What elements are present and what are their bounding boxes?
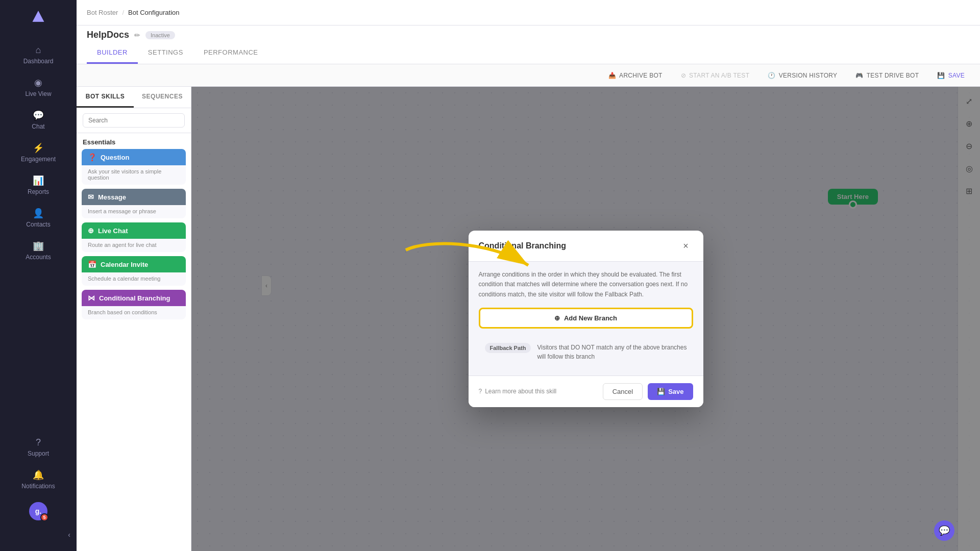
- skill-card-calendar-invite[interactable]: 📅 Calendar Invite Schedule a calendar me…: [82, 256, 186, 286]
- test-drive-label: TEST DRIVE BOT: [867, 72, 919, 79]
- sidebar-item-contacts[interactable]: 👤 Contacts: [0, 203, 77, 233]
- breadcrumb: Bot Roster / Bot Configuration: [87, 9, 180, 16]
- modal-close-button[interactable]: ×: [679, 239, 693, 253]
- bot-status-badge: Inactive: [145, 31, 175, 39]
- panel-tab-sequences[interactable]: SEQUENCES: [134, 87, 191, 108]
- learn-more-link[interactable]: ? Learn more about this skill: [479, 388, 557, 395]
- bot-tabs: BUILDER SETTINGS PERFORMANCE: [87, 44, 970, 64]
- close-icon: ×: [683, 241, 689, 252]
- start-ab-test-button[interactable]: ⊘ START AN A/B TEST: [676, 69, 755, 82]
- modal-info-text: Arrange conditions in the order in which…: [479, 270, 693, 299]
- sidebar-item-dashboard[interactable]: ⌂ Dashboard: [0, 40, 77, 70]
- search-input[interactable]: [83, 113, 185, 128]
- sidebar-item-label: Contacts: [26, 221, 50, 228]
- edit-icon[interactable]: ✏: [134, 31, 140, 39]
- skill-card-conditional-branching[interactable]: ⋈ Conditional Branching Branch based on …: [82, 290, 186, 319]
- main-content: Bot Roster / Bot Configuration HelpDocs …: [77, 0, 980, 551]
- sidebar-item-label: Reports: [28, 188, 49, 195]
- panel-search: [77, 108, 191, 133]
- tab-builder[interactable]: BUILDER: [87, 44, 138, 64]
- sidebar-item-accounts[interactable]: 🏢 Accounts: [0, 235, 77, 266]
- save-label: SAVE: [948, 72, 965, 79]
- panel-tabs: BOT SKILLS SEQUENCES: [77, 87, 191, 108]
- version-history-button[interactable]: 🕐 VERSION HISTORY: [763, 69, 842, 82]
- cancel-button[interactable]: Cancel: [603, 383, 643, 400]
- archive-icon: 📥: [608, 72, 616, 79]
- fallback-tag: Fallback Path: [485, 343, 531, 353]
- save-icon: 💾: [657, 388, 665, 395]
- fallback-description: Visitors that DO NOT match any of the ab…: [537, 343, 687, 361]
- save-button[interactable]: 💾 SAVE: [932, 69, 970, 82]
- action-bar: 📥 ARCHIVE BOT ⊘ START AN A/B TEST 🕐 VERS…: [77, 64, 980, 87]
- avatar[interactable]: g. 5: [29, 502, 47, 520]
- skill-description: Schedule a calendar meeting: [88, 276, 160, 282]
- test-drive-icon: 🎮: [855, 72, 863, 79]
- skill-name: Live Chat: [98, 227, 128, 235]
- history-icon: 🕐: [768, 72, 775, 79]
- add-new-branch-button[interactable]: ⊕ Add New Branch: [479, 308, 693, 329]
- add-branch-icon: ⊕: [554, 314, 560, 322]
- message-skill-icon: ✉: [88, 193, 94, 201]
- chat-widget-button[interactable]: 💬: [934, 520, 954, 541]
- modal-overlay[interactable]: Conditional Branching × Arrange conditio…: [191, 87, 980, 551]
- help-icon: ?: [479, 388, 482, 395]
- breadcrumb-separator: /: [122, 9, 124, 16]
- sidebar-item-chat[interactable]: 💬 Chat: [0, 105, 77, 135]
- live-chat-skill-icon: ⊕: [88, 227, 94, 235]
- test-drive-button[interactable]: 🎮 TEST DRIVE BOT: [850, 69, 924, 82]
- sidebar-item-notifications[interactable]: 🔔 Notifications: [0, 464, 77, 495]
- chat-icon: 💬: [33, 110, 44, 121]
- skill-description: Route an agent for live chat: [88, 242, 157, 248]
- breadcrumb-parent[interactable]: Bot Roster: [87, 9, 118, 16]
- panel-section-title: Essentials: [77, 133, 191, 149]
- tab-settings[interactable]: SETTINGS: [138, 44, 193, 64]
- support-icon: ?: [36, 437, 41, 448]
- skill-card-message[interactable]: ✉ Message Insert a message or phrase: [82, 189, 186, 218]
- question-skill-icon: ❓: [88, 153, 96, 161]
- sidebar-collapse-btn[interactable]: ‹: [0, 527, 77, 543]
- sidebar-logo[interactable]: [29, 8, 47, 27]
- skill-description: Branch based on conditions: [88, 309, 157, 315]
- chevron-left-icon: ‹: [68, 531, 70, 539]
- canvas-area[interactable]: Start Here ⤢ ⊕ ⊖ ◎ ⊞: [191, 87, 980, 551]
- avatar-initials: g.: [35, 507, 41, 515]
- calendar-skill-icon: 📅: [88, 260, 96, 268]
- skill-description: Ask your site visitors a simple question: [88, 168, 161, 181]
- tab-performance[interactable]: PERFORMANCE: [193, 44, 268, 64]
- sidebar-item-reports[interactable]: 📊 Reports: [0, 170, 77, 201]
- dashboard-icon: ⌂: [36, 45, 41, 56]
- chat-widget-icon: 💬: [939, 525, 950, 536]
- sidebar-item-engagement[interactable]: ⚡ Engagement: [0, 137, 77, 168]
- contacts-icon: 👤: [33, 208, 44, 219]
- conditional-branching-modal: Conditional Branching × Arrange conditio…: [469, 231, 703, 407]
- skill-name: Message: [98, 193, 126, 201]
- skill-name: Conditional Branching: [99, 294, 170, 302]
- skill-description: Insert a message or phrase: [88, 208, 156, 214]
- sidebar-item-user[interactable]: g. 5: [0, 497, 77, 525]
- sidebar-item-label: Live View: [25, 90, 51, 97]
- notifications-icon: 🔔: [33, 469, 44, 481]
- save-icon: 💾: [937, 72, 945, 79]
- sidebar-item-label: Support: [28, 450, 49, 457]
- skill-card-live-chat[interactable]: ⊕ Live Chat Route an agent for live chat: [82, 222, 186, 252]
- accounts-icon: 🏢: [33, 240, 44, 252]
- fallback-path-row: Fallback Path Visitors that DO NOT match…: [479, 337, 693, 367]
- panel-tab-bot-skills[interactable]: BOT SKILLS: [77, 87, 134, 108]
- ab-test-icon: ⊘: [681, 72, 686, 79]
- archive-btn-label: ARCHIVE BOT: [619, 72, 663, 79]
- skill-card-question[interactable]: ❓ Question Ask your site visitors a simp…: [82, 149, 186, 185]
- reports-icon: 📊: [33, 175, 44, 186]
- sidebar-item-label: Engagement: [21, 156, 56, 163]
- sidebar-item-live-view[interactable]: ◉ Live View: [0, 72, 77, 103]
- sidebar-item-support[interactable]: ? Support: [0, 432, 77, 462]
- sidebar-item-label: Chat: [32, 123, 44, 130]
- modal-title: Conditional Branching: [479, 241, 567, 251]
- skill-name: Calendar Invite: [101, 261, 148, 268]
- archive-bot-button[interactable]: 📥 ARCHIVE BOT: [603, 69, 668, 82]
- bot-header: HelpDocs ✏ Inactive BUILDER SETTINGS PER…: [77, 26, 980, 64]
- modal-header: Conditional Branching ×: [469, 231, 703, 262]
- notification-badge: 5: [40, 513, 48, 521]
- save-button[interactable]: 💾 Save: [648, 383, 693, 400]
- modal-body: Arrange conditions in the order in which…: [469, 262, 703, 375]
- conditional-skill-icon: ⋈: [88, 294, 95, 302]
